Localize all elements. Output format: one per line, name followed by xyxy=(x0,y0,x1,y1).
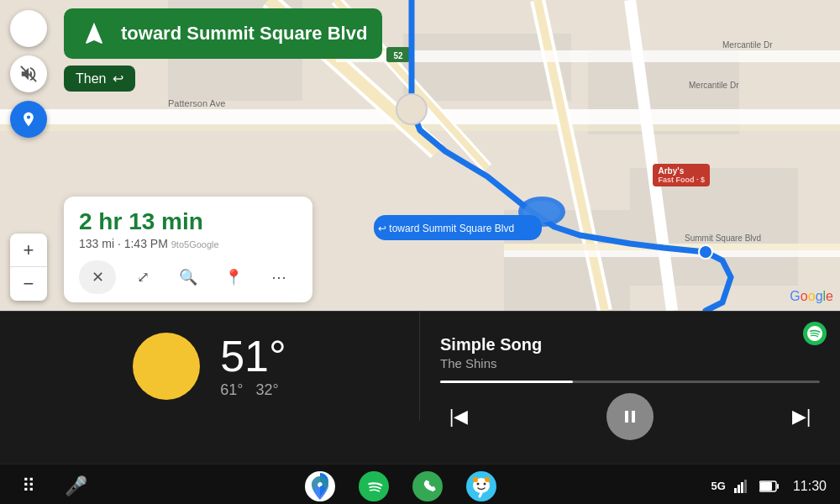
taskbar-center xyxy=(91,470,711,503)
search-along-route-button[interactable]: 🔍 xyxy=(170,260,207,294)
eta-actions: ✕ ⤢ 🔍 📍 ⋯ xyxy=(79,260,297,294)
next-track-button[interactable]: ▶| xyxy=(783,398,820,435)
weather-range: 61° 32° xyxy=(220,381,286,399)
svg-text:52: 52 xyxy=(393,51,403,60)
svg-line-40 xyxy=(480,493,481,496)
weather-info: 51° 61° 32° xyxy=(220,334,286,399)
sun-icon xyxy=(133,333,200,400)
eta-details: 133 mi · 1:43 PM 9to5Google xyxy=(79,237,297,250)
taskbar: ⠿ 🎤 xyxy=(0,464,840,504)
svg-point-22 xyxy=(699,245,712,259)
settings-button[interactable]: ⚙ xyxy=(10,10,47,47)
eta-time: 2 hr 13 min xyxy=(79,208,297,235)
google-maps-app-icon[interactable] xyxy=(303,470,337,503)
location-button[interactable] xyxy=(10,101,47,138)
eta-distance-time: 133 mi · 1:43 PM xyxy=(79,237,168,250)
microphone-button[interactable]: 🎤 xyxy=(60,471,91,501)
signal-indicator: 5G xyxy=(711,480,726,492)
music-widget: Simple Song The Shins |◀ ▶| xyxy=(420,312,840,464)
svg-rect-43 xyxy=(741,482,743,493)
weather-temperature: 51° xyxy=(220,334,286,378)
then-label: Then xyxy=(76,71,106,87)
bottom-section: 51° 61° 32° Simple Song The Shins |◀ xyxy=(0,311,840,464)
google-logo: Google xyxy=(790,289,833,304)
svg-text:Mercantile Dr: Mercantile Dr xyxy=(689,81,739,90)
map-section: 52 Patterson Ave Mercantile Dr Mercantil… xyxy=(0,0,840,311)
svg-point-39 xyxy=(473,477,478,482)
direction-box: toward Summit Square Blvd xyxy=(64,8,382,59)
navigation-card: toward Summit Square Blvd Then ↩ xyxy=(64,8,382,92)
routes-button[interactable]: ⤢ xyxy=(124,260,161,294)
more-button[interactable]: ⋯ xyxy=(260,260,297,294)
eta-source: 9to5Google xyxy=(171,239,219,249)
weather-widget: 51° 61° 32° xyxy=(0,312,420,421)
pause-button[interactable] xyxy=(606,393,654,440)
progress-bar[interactable] xyxy=(440,381,820,383)
arbys-poi-marker: Arby's Fast Food · $ xyxy=(653,164,710,186)
svg-text:Mercantile Dr: Mercantile Dr xyxy=(722,40,773,50)
then-arrow-icon: ↩ xyxy=(113,71,123,87)
signal-bars-icon xyxy=(734,480,751,493)
zoom-in-button[interactable]: + xyxy=(10,234,47,267)
mute-button[interactable] xyxy=(10,55,47,92)
svg-text:Summit Square Blvd: Summit Square Blvd xyxy=(685,234,761,243)
zoom-controls: + − xyxy=(10,234,47,301)
svg-rect-47 xyxy=(777,484,779,489)
prev-track-button[interactable]: |◀ xyxy=(440,398,477,435)
waze-app-icon[interactable] xyxy=(465,470,498,503)
direction-arrow-icon xyxy=(79,18,109,49)
phone-app-icon[interactable] xyxy=(411,470,444,503)
svg-point-37 xyxy=(484,482,486,485)
close-route-button[interactable]: ✕ xyxy=(79,260,116,294)
svg-point-36 xyxy=(477,482,480,485)
taskbar-left: ⠿ 🎤 xyxy=(13,471,91,501)
progress-fill xyxy=(440,381,573,383)
zoom-out-button[interactable]: − xyxy=(10,267,47,301)
map-sidebar: ⚙ + − xyxy=(0,0,57,311)
svg-text:Patterson Ave: Patterson Ave xyxy=(168,98,225,108)
weather-low: 32° xyxy=(255,381,278,398)
spotify-app-icon[interactable] xyxy=(357,470,391,503)
clock: 11:30 xyxy=(793,479,827,494)
song-title: Simple Song xyxy=(440,335,820,354)
street-name: toward Summit Square Blvd xyxy=(121,23,367,45)
svg-point-38 xyxy=(485,477,490,482)
svg-rect-42 xyxy=(738,485,740,493)
music-controls: |◀ ▶| xyxy=(440,393,820,440)
spotify-icon xyxy=(803,322,827,345)
song-artist: The Shins xyxy=(440,356,820,370)
weather-high: 61° xyxy=(220,381,243,398)
svg-rect-44 xyxy=(744,480,747,493)
battery-icon xyxy=(759,480,780,492)
svg-text:↩ toward Summit Square Blvd: ↩ toward Summit Square Blvd xyxy=(378,223,514,234)
taskbar-right: 5G 11:30 xyxy=(711,479,827,494)
svg-rect-46 xyxy=(760,482,772,491)
eta-card: 2 hr 13 min 133 mi · 1:43 PM 9to5Google … xyxy=(64,197,312,302)
then-instruction: Then ↩ xyxy=(64,66,135,92)
pin-button[interactable]: 📍 xyxy=(215,260,252,294)
svg-rect-41 xyxy=(734,488,737,493)
apps-button[interactable]: ⠿ xyxy=(13,471,44,501)
svg-point-27 xyxy=(396,94,427,124)
